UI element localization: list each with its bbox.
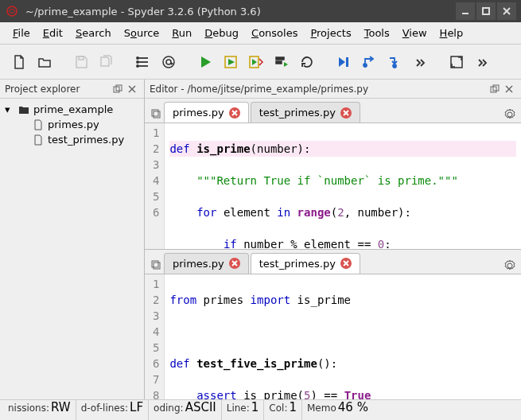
tabs-row: primes.py test_primes.py: [145, 99, 521, 122]
menu-help[interactable]: Help: [434, 24, 470, 42]
status-encoding: oding: ASCII: [148, 400, 221, 420]
close-tab-icon[interactable]: [229, 258, 240, 269]
step-button[interactable]: [358, 51, 380, 73]
code-editor-1[interactable]: 123456 def is_prime(number): """Return T…: [145, 122, 521, 249]
status-memory: Memo 46 %: [301, 400, 373, 420]
run-cell-button[interactable]: [220, 51, 242, 73]
code-content[interactable]: def is_prime(number): """Return True if …: [165, 123, 521, 249]
svg-point-20: [393, 64, 396, 68]
maximize-pane-button[interactable]: [445, 51, 468, 73]
minimize-button[interactable]: [456, 2, 475, 20]
chevron-down-icon: ▾: [5, 103, 14, 115]
status-col: Col: 1: [263, 400, 301, 420]
svg-rect-18: [346, 57, 348, 67]
svg-point-9: [137, 57, 138, 59]
maximize-button[interactable]: [476, 2, 496, 20]
tree-label: primes.py: [48, 119, 99, 130]
status-eol: d-of-lines: LF: [76, 400, 148, 420]
run-button[interactable]: [194, 51, 216, 73]
close-pane-icon[interactable]: [125, 82, 139, 96]
svg-rect-30: [152, 110, 158, 116]
menu-file[interactable]: File: [6, 24, 37, 42]
more2-button[interactable]: [471, 51, 493, 73]
tab-primes[interactable]: primes.py: [164, 253, 249, 274]
titlebar: ~/prime_example - Spyder 3.2.6 (Python 3…: [0, 0, 521, 22]
tabs-list-icon[interactable]: [148, 103, 164, 122]
gear-icon[interactable]: [502, 107, 518, 122]
menubar: File Edit Search Source Run Debug Consol…: [0, 22, 521, 45]
status-bar: nissions: RW d-of-lines: LF oding: ASCII…: [0, 399, 521, 420]
code-editor-2[interactable]: 12345678 from primes import is_prime def…: [145, 274, 521, 400]
file-tree: ▾ prime_example primes.py test_primes.py: [0, 99, 144, 150]
tab-label: test_primes.py: [259, 107, 336, 119]
status-line: Line: 1: [221, 400, 264, 420]
save-all-button[interactable]: [95, 51, 118, 73]
editor-path: Editor - /home/jitse/prime_example/prime…: [150, 84, 488, 95]
app-icon: [5, 4, 19, 18]
tab-test-primes[interactable]: test_primes.py: [251, 102, 360, 122]
svg-point-10: [137, 61, 138, 63]
rerun-button[interactable]: [296, 51, 318, 73]
main-area: Project explorer ▾ prime_example primes.…: [0, 80, 521, 399]
menu-search[interactable]: Search: [69, 24, 118, 42]
tab-label: primes.py: [173, 107, 224, 119]
new-file-button[interactable]: [8, 51, 30, 73]
tabs-row: primes.py test_primes.py: [145, 250, 521, 274]
svg-point-19: [364, 64, 367, 67]
explorer-title: Project explorer: [5, 84, 111, 95]
menu-source[interactable]: Source: [118, 24, 166, 42]
menu-consoles[interactable]: Consoles: [245, 24, 304, 42]
tree-file[interactable]: test_primes.py: [0, 132, 144, 147]
menu-debug[interactable]: Debug: [198, 24, 245, 42]
more-button[interactable]: [409, 51, 431, 73]
menu-view[interactable]: View: [396, 24, 434, 42]
debug-button[interactable]: [332, 51, 355, 73]
save-button[interactable]: [70, 51, 92, 73]
svg-rect-16: [276, 57, 284, 60]
tree-folder-root[interactable]: ▾ prime_example: [0, 102, 144, 117]
editor-area: Editor - /home/jitse/prime_example/prime…: [145, 80, 521, 399]
open-file-button[interactable]: [33, 51, 56, 73]
svg-point-11: [137, 65, 138, 67]
code-content[interactable]: from primes import is_prime def test_fiv…: [165, 274, 521, 400]
gear-icon[interactable]: [502, 258, 518, 274]
run-cell-advance-button[interactable]: [245, 51, 267, 73]
toolbar: [0, 45, 521, 80]
detach-icon[interactable]: [111, 82, 125, 96]
close-tab-icon[interactable]: [340, 258, 352, 269]
detach-icon[interactable]: [488, 82, 502, 96]
close-button[interactable]: [497, 2, 516, 20]
svg-rect-37: [154, 262, 160, 269]
at-button[interactable]: [157, 51, 180, 73]
svg-rect-17: [276, 61, 282, 64]
tab-test-primes[interactable]: test_primes.py: [251, 253, 360, 274]
folder-icon: [17, 104, 30, 115]
svg-rect-21: [451, 56, 462, 68]
menu-edit[interactable]: Edit: [37, 24, 69, 42]
outline-button[interactable]: [132, 51, 154, 73]
file-icon: [32, 119, 45, 130]
menu-tools[interactable]: Tools: [358, 24, 396, 42]
tree-file[interactable]: primes.py: [0, 117, 144, 132]
close-tab-icon[interactable]: [229, 107, 240, 119]
svg-rect-5: [79, 56, 84, 60]
gutter: 123456: [145, 123, 165, 249]
close-pane-icon[interactable]: [502, 82, 516, 96]
gutter: 12345678: [145, 274, 165, 400]
tree-label: test_primes.py: [48, 134, 124, 146]
file-icon: [32, 134, 45, 146]
window-title: ~/prime_example - Spyder 3.2.6 (Python 3…: [25, 6, 456, 18]
explorer-header: Project explorer: [0, 80, 144, 99]
menu-projects[interactable]: Projects: [304, 24, 357, 42]
svg-rect-2: [483, 8, 489, 14]
run-selection-button[interactable]: [270, 51, 293, 73]
tab-primes[interactable]: primes.py: [164, 102, 249, 122]
tab-label: test_primes.py: [259, 258, 336, 270]
step-into-button[interactable]: [383, 51, 406, 73]
status-permissions: nissions: RW: [3, 400, 76, 420]
close-tab-icon[interactable]: [340, 107, 352, 119]
tabs-list-icon[interactable]: [148, 255, 164, 274]
menu-run[interactable]: Run: [165, 24, 198, 42]
editor-pane-1: primes.py test_primes.py 123456 def is_p…: [145, 99, 521, 250]
svg-point-12: [163, 56, 174, 68]
